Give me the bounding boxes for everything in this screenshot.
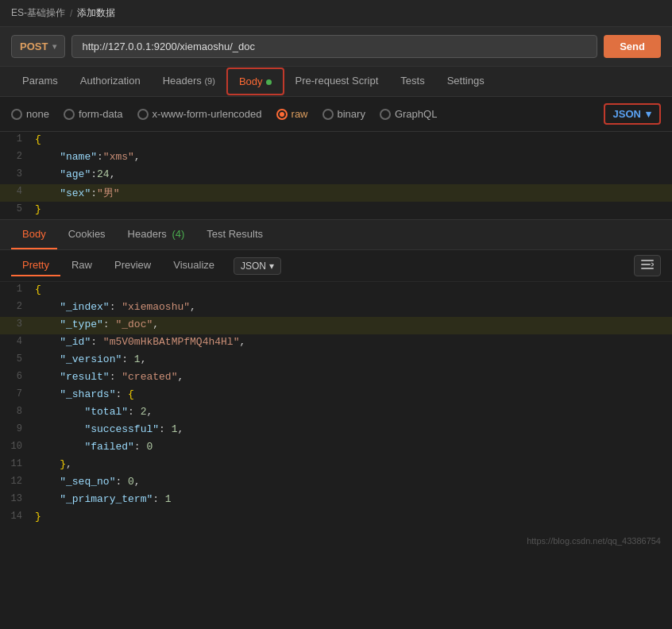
radio-urlencoded-dot — [137, 109, 149, 120]
req-line-5: 5 } — [0, 202, 672, 219]
resp-line-9: 9 "successful": 1, — [0, 422, 672, 439]
radio-urlencoded[interactable]: x-www-form-urlencoded — [137, 108, 262, 120]
radio-binary[interactable]: binary — [322, 108, 365, 120]
req-line-1: 1 { — [0, 132, 672, 149]
resp-json-arrow-icon: ▾ — [269, 260, 274, 272]
req-line-2: 2 "name":"xms", — [0, 149, 672, 167]
resp-line-8: 8 "total": 2, — [0, 404, 672, 422]
response-code-area: 1 { 2 "_index": "xiemaoshu", 3 "_type": … — [0, 282, 672, 533]
tab-tests[interactable]: Tests — [389, 67, 435, 96]
url-bar: POST ▾ Send — [0, 27, 672, 67]
wrap-button[interactable] — [634, 255, 661, 276]
resp-line-5: 5 "_version": 1, — [0, 352, 672, 369]
resp-tab-headers[interactable]: Headers (4) — [117, 220, 196, 249]
resp-line-2: 2 "_index": "xiemaoshu", — [0, 299, 672, 317]
radio-binary-dot — [322, 109, 334, 120]
radio-graphql-dot — [380, 109, 391, 120]
request-tabs: Params Authorization Headers (9) Body Pr… — [0, 67, 672, 97]
svg-rect-1 — [641, 264, 651, 265]
resp-tab-cookies[interactable]: Cookies — [57, 220, 117, 249]
resp-line-14: 14 } — [0, 509, 672, 527]
tab-body[interactable]: Body — [226, 68, 284, 95]
resp-line-12: 12 "_seq_no": 0, — [0, 474, 672, 492]
url-input[interactable] — [71, 35, 597, 58]
breadcrumb-current: 添加数据 — [77, 6, 115, 20]
tab-headers[interactable]: Headers (9) — [152, 67, 226, 96]
resp-line-1: 1 { — [0, 282, 672, 299]
resp-tab-test-results[interactable]: Test Results — [195, 220, 274, 249]
req-line-3: 3 "age":24, — [0, 167, 672, 184]
response-tabs: Body Cookies Headers (4) Test Results — [0, 220, 672, 250]
view-tab-raw[interactable]: Raw — [60, 255, 103, 276]
method-arrow-icon: ▾ — [52, 42, 56, 51]
resp-line-7: 7 "_shards": { — [0, 387, 672, 404]
radio-none[interactable]: none — [11, 108, 49, 120]
svg-rect-2 — [641, 268, 654, 269]
watermark-text: https://blog.csdn.net/qq_43386754 — [527, 536, 661, 546]
method-label: POST — [20, 41, 48, 52]
radio-form-data[interactable]: form-data — [64, 108, 123, 120]
view-tab-preview[interactable]: Preview — [103, 255, 162, 276]
breadcrumb-parent: ES-基础操作 — [11, 6, 65, 20]
radio-form-data-dot — [64, 109, 75, 120]
view-tabs: Pretty Raw Preview Visualize JSON ▾ — [0, 250, 672, 282]
request-code-area: 1 { 2 "name":"xms", 3 "age":24, 4 "sex":… — [0, 132, 672, 220]
footer-watermark: https://blog.csdn.net/qq_43386754 — [0, 533, 672, 549]
svg-rect-0 — [641, 260, 654, 261]
resp-json-select[interactable]: JSON ▾ — [234, 257, 281, 275]
radio-none-dot — [11, 109, 22, 120]
resp-line-6: 6 "result": "created", — [0, 369, 672, 387]
json-type-select[interactable]: JSON ▾ — [604, 103, 661, 125]
method-select[interactable]: POST ▾ — [11, 35, 65, 58]
radio-raw[interactable]: raw — [276, 108, 308, 120]
radio-graphql[interactable]: GraphQL — [380, 108, 437, 120]
tab-authorization[interactable]: Authorization — [69, 67, 152, 96]
breadcrumb: ES-基础操作 / 添加数据 — [0, 0, 672, 27]
body-active-dot — [266, 79, 272, 85]
resp-line-13: 13 "_primary_term": 1 — [0, 492, 672, 509]
send-button[interactable]: Send — [604, 35, 661, 58]
radio-raw-dot — [276, 109, 288, 120]
resp-line-3: 3 "_type": "_doc", — [0, 317, 672, 334]
resp-json-label: JSON — [241, 260, 266, 272]
resp-line-10: 10 "failed": 0 — [0, 439, 672, 457]
req-line-4: 4 "sex":"男" — [0, 184, 672, 202]
breadcrumb-separator: / — [70, 8, 72, 19]
wrap-icon — [641, 259, 654, 270]
resp-tab-body[interactable]: Body — [11, 220, 57, 249]
json-type-label: JSON — [613, 108, 641, 120]
tab-pre-request-script[interactable]: Pre-request Script — [284, 67, 390, 96]
resp-line-4: 4 "_id": "m5V0mHkBAtMPfMQ4h4Hl", — [0, 334, 672, 352]
view-tab-visualize[interactable]: Visualize — [162, 255, 226, 276]
tab-settings[interactable]: Settings — [436, 67, 496, 96]
view-tab-pretty[interactable]: Pretty — [11, 255, 60, 276]
resp-line-11: 11 }, — [0, 457, 672, 474]
json-type-arrow-icon: ▾ — [646, 108, 651, 120]
body-options: none form-data x-www-form-urlencoded raw… — [0, 97, 672, 132]
tab-params[interactable]: Params — [11, 67, 69, 96]
